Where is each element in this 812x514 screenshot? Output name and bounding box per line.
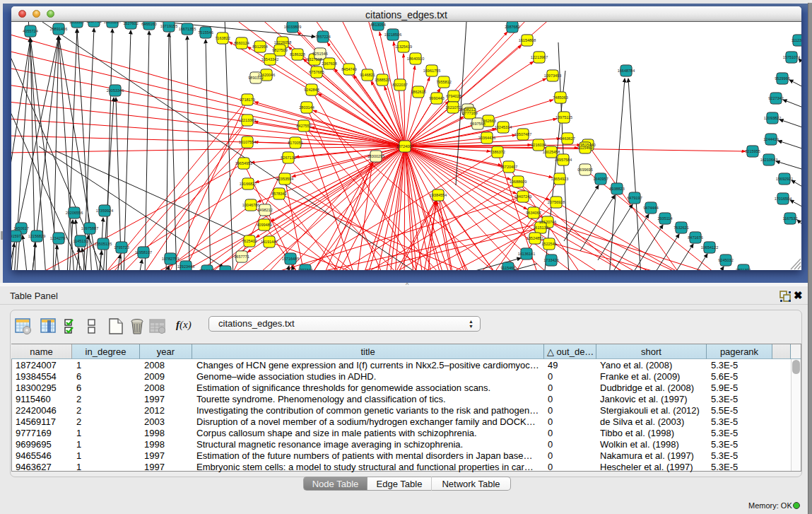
- svg-text:6466160: 6466160: [141, 22, 156, 26]
- svg-text:10507487: 10507487: [514, 132, 531, 136]
- svg-text:8912954: 8912954: [252, 45, 267, 49]
- svg-text:8813054: 8813054: [370, 23, 385, 27]
- svg-text:19654952: 19654952: [235, 161, 252, 165]
- svg-text:10782759: 10782759: [162, 257, 179, 261]
- svg-text:9634067: 9634067: [526, 211, 541, 215]
- svg-text:5712345: 5712345: [199, 269, 214, 270]
- svg-text:8186328: 8186328: [290, 52, 305, 57]
- svg-text:15751074: 15751074: [783, 55, 800, 59]
- svg-text:17016504: 17016504: [775, 197, 792, 201]
- svg-text:9990443: 9990443: [429, 96, 444, 100]
- svg-text:20364436: 20364436: [478, 136, 495, 140]
- svg-text:20891406: 20891406: [50, 27, 67, 31]
- svg-text:8938823: 8938823: [609, 187, 624, 191]
- svg-text:14191447: 14191447: [261, 240, 278, 244]
- svg-text:18640910: 18640910: [407, 57, 424, 61]
- svg-text:15720407: 15720407: [500, 165, 517, 169]
- svg-text:19384554: 19384554: [430, 193, 447, 197]
- svg-text:8427552: 8427552: [296, 124, 311, 128]
- svg-text:7632621: 7632621: [673, 226, 688, 230]
- svg-text:8471676: 8471676: [688, 235, 702, 240]
- svg-text:16671355: 16671355: [179, 27, 196, 31]
- svg-text:7515546: 7515546: [198, 30, 213, 35]
- svg-text:2087682: 2087682: [505, 25, 519, 29]
- svg-text:10975887: 10975887: [81, 226, 98, 230]
- svg-text:12093822: 12093822: [764, 116, 781, 120]
- svg-text:20053346: 20053346: [107, 88, 124, 93]
- svg-text:19166827: 19166827: [240, 182, 257, 186]
- svg-text:7955812: 7955812: [436, 80, 451, 84]
- svg-text:9245032: 9245032: [718, 258, 733, 262]
- svg-text:13654923: 13654923: [551, 177, 568, 181]
- svg-text:9242848: 9242848: [304, 88, 319, 92]
- svg-text:8454749: 8454749: [341, 67, 356, 71]
- svg-text:10719155: 10719155: [160, 24, 177, 28]
- svg-text:9777169: 9777169: [462, 111, 477, 115]
- svg-text:1588520: 1588520: [375, 78, 389, 82]
- svg-text:13505135: 13505135: [95, 242, 112, 246]
- svg-text:8170051: 8170051: [288, 141, 302, 145]
- svg-text:10025458: 10025458: [543, 150, 560, 154]
- svg-text:9529966: 9529966: [775, 76, 789, 81]
- svg-text:8578342: 8578342: [271, 192, 286, 196]
- svg-text:7625402: 7625402: [242, 239, 257, 243]
- svg-text:13975115: 13975115: [555, 115, 572, 119]
- svg-text:1450617: 1450617: [13, 226, 28, 230]
- svg-text:12353594: 12353594: [276, 177, 293, 181]
- svg-text:7485063: 7485063: [553, 95, 567, 100]
- svg-text:11958107: 11958107: [135, 250, 152, 255]
- svg-text:1795723: 1795723: [114, 245, 129, 250]
- svg-text:9227342: 9227342: [768, 96, 783, 100]
- svg-text:0699695: 0699695: [577, 168, 592, 172]
- svg-text:8215955: 8215955: [745, 149, 760, 153]
- svg-text:15716485: 15716485: [282, 257, 299, 261]
- svg-text:19218506: 19218506: [384, 33, 401, 37]
- svg-text:11325419: 11325419: [395, 45, 412, 49]
- svg-text:7386372: 7386372: [490, 150, 505, 154]
- svg-text:16210643: 16210643: [760, 158, 777, 162]
- svg-text:1145131: 1145131: [73, 239, 88, 243]
- svg-text:6794028: 6794028: [446, 94, 461, 98]
- svg-text:15692921: 15692921: [776, 177, 793, 181]
- svg-text:8322037: 8322037: [392, 83, 407, 87]
- svg-text:6757685: 6757685: [309, 70, 324, 74]
- svg-text:9827509: 9827509: [272, 48, 287, 52]
- svg-text:4099489: 4099489: [257, 223, 271, 227]
- svg-text:9474444: 9474444: [643, 206, 658, 210]
- svg-text:12213369: 12213369: [239, 118, 256, 122]
- svg-text:20756928: 20756928: [548, 200, 565, 204]
- svg-text:10973493: 10973493: [544, 74, 561, 78]
- svg-text:9891391: 9891391: [736, 268, 751, 270]
- svg-text:1167532: 1167532: [782, 216, 797, 221]
- svg-text:1067791: 1067791: [86, 22, 101, 23]
- svg-text:7163822: 7163822: [215, 36, 230, 40]
- svg-text:9146821: 9146821: [360, 73, 375, 77]
- svg-text:1640957: 1640957: [593, 177, 608, 181]
- svg-text:12342797: 12342797: [50, 236, 67, 240]
- svg-text:10688609: 10688609: [510, 180, 526, 184]
- svg-text:1292344: 1292344: [298, 268, 312, 270]
- svg-text:10107554: 10107554: [239, 140, 256, 144]
- svg-text:14957584: 14957584: [555, 158, 572, 162]
- svg-text:2367608: 2367608: [322, 62, 336, 66]
- svg-text:1621072: 1621072: [445, 105, 460, 110]
- svg-text:2803144: 2803144: [299, 105, 314, 110]
- svg-text:8660124: 8660124: [234, 41, 249, 45]
- svg-text:9251546: 9251546: [312, 52, 327, 56]
- svg-text:2718179: 2718179: [240, 98, 254, 102]
- svg-text:16961755: 16961755: [423, 69, 440, 73]
- svg-text:9327508: 9327508: [307, 57, 322, 62]
- svg-text:1615132: 1615132: [533, 226, 548, 230]
- svg-text:6479197: 6479197: [627, 196, 642, 200]
- svg-text:7857224: 7857224: [315, 35, 330, 39]
- svg-text:1862615: 1862615: [411, 90, 425, 94]
- svg-text:9115460: 9115460: [577, 146, 592, 150]
- svg-text:16154808: 16154808: [519, 38, 536, 42]
- svg-text:10245314: 10245314: [495, 125, 512, 129]
- svg-text:2935114: 2935114: [657, 216, 672, 221]
- svg-text:3915971: 3915971: [11, 234, 23, 238]
- svg-text:4055724: 4055724: [23, 29, 37, 33]
- svg-text:6712345: 6712345: [218, 269, 233, 270]
- svg-text:2633307: 2633307: [69, 22, 84, 24]
- svg-text:9463627: 9463627: [560, 136, 575, 141]
